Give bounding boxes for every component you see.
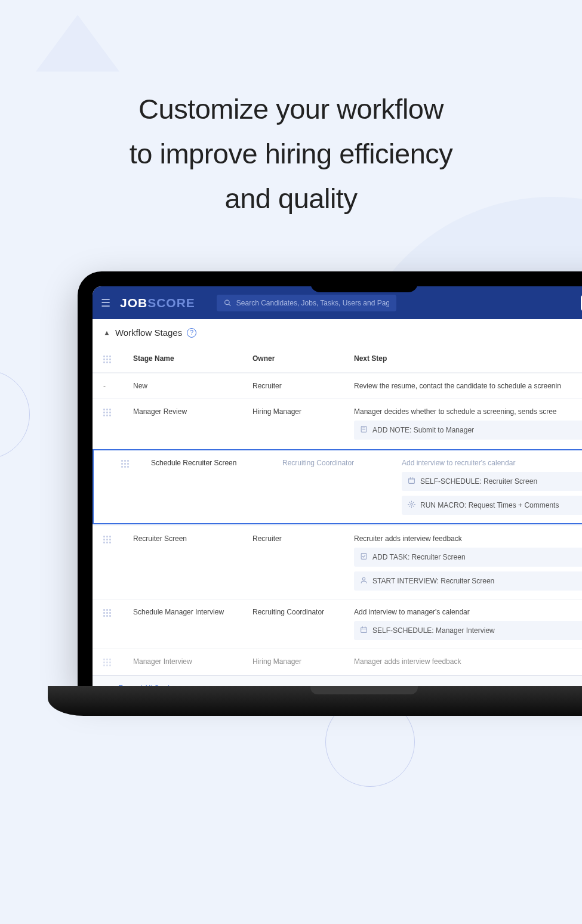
next-step-text: Recruiter adds interview feedback xyxy=(354,534,582,543)
help-icon[interactable]: ? xyxy=(187,328,196,338)
note-icon xyxy=(360,425,368,435)
stage-owner: Hiring Manager xyxy=(252,407,354,416)
menu-toggle-icon[interactable]: ☰ xyxy=(101,296,110,310)
svg-rect-12 xyxy=(361,628,367,633)
table-footer: ▼ Expand All Cards xyxy=(93,675,582,686)
drag-handle[interactable] xyxy=(103,534,133,544)
col-stage-name: Stage Name xyxy=(133,354,252,363)
person-icon xyxy=(360,576,368,586)
next-step-cell: Add interview to manager's calendarSELF-… xyxy=(354,608,582,640)
workflow-action[interactable]: SELF-SCHEDULE: Recruiter Screen xyxy=(402,472,582,491)
main-content: ▲ Workflow Stages ? Stage Name Owner Nex… xyxy=(93,319,582,686)
drag-handle-icon xyxy=(103,409,110,417)
stage-owner: Recruiter xyxy=(252,382,354,390)
next-step-cell: Add interview to recruiter's calendarSEL… xyxy=(402,459,582,515)
app-screen: ☰ JOBSCORE in ▲ Workflow Stages ? xyxy=(93,286,582,686)
stage-name: Recruiter Screen xyxy=(133,534,252,543)
stage-name: Schedule Recruiter Screen xyxy=(151,459,282,467)
laptop-mockup: ☰ JOBSCORE in ▲ Workflow Stages ? xyxy=(78,271,582,716)
stage-name: Schedule Manager Interview xyxy=(133,608,252,616)
drag-handle[interactable] xyxy=(103,657,133,667)
stage-owner: Recruiter xyxy=(252,534,354,543)
action-label: SELF-SCHEDULE: Recruiter Screen xyxy=(420,477,537,486)
drag-handle[interactable] xyxy=(103,608,133,617)
table-header-row: Stage Name Owner Next Step xyxy=(93,344,582,373)
col-drag xyxy=(103,354,133,364)
drag-handle[interactable] xyxy=(103,407,133,417)
next-step-cell: Manager decides whether to schedule a sc… xyxy=(354,407,582,440)
workflow-table: Stage Name Owner Next Step -NewRecruiter… xyxy=(93,344,582,675)
task-icon xyxy=(360,552,368,562)
next-step-text: Add interview to recruiter's calendar xyxy=(402,459,582,467)
laptop-notch xyxy=(310,271,418,292)
workflow-action[interactable]: SELF-SCHEDULE: Manager Interview xyxy=(354,621,582,640)
table-row[interactable]: Schedule Recruiter ScreenRecruiting Coor… xyxy=(93,449,582,524)
next-step-cell: Manager adds interview feedback xyxy=(354,657,582,666)
drag-handle-icon xyxy=(121,460,128,468)
workflow-action[interactable]: START INTERVIEW: Recruiter Screen xyxy=(354,571,582,591)
action-label: ADD NOTE: Submit to Manager xyxy=(372,426,474,434)
table-row[interactable]: Manager InterviewHiring ManagerManager a… xyxy=(93,648,582,675)
gear-icon xyxy=(408,500,415,510)
hero-line-1: Customize your workflow xyxy=(138,93,444,125)
calendar-icon xyxy=(408,477,415,486)
drag-handle-icon xyxy=(103,536,110,544)
drag-handle-icon xyxy=(103,356,110,364)
stage-owner: Recruiting Coordinator xyxy=(252,608,354,616)
next-step-text: Manager decides whether to schedule a sc… xyxy=(354,407,582,416)
next-step-text: Add interview to manager's calendar xyxy=(354,608,582,616)
workflow-action[interactable]: ADD NOTE: Submit to Manager xyxy=(354,421,582,440)
workflow-action[interactable]: ADD TASK: Recruiter Screen xyxy=(354,548,582,567)
drag-handle-icon xyxy=(103,609,110,617)
drag-handle-icon xyxy=(103,659,110,667)
table-row[interactable]: Recruiter ScreenRecruiterRecruiter adds … xyxy=(93,526,582,599)
stage-name: New xyxy=(133,382,252,390)
search-icon xyxy=(224,299,232,307)
next-step-cell: Review the resume, contact the candidate… xyxy=(354,382,582,390)
next-step-cell: Recruiter adds interview feedbackADD TAS… xyxy=(354,534,582,591)
action-label: ADD TASK: Recruiter Screen xyxy=(372,553,466,561)
table-row[interactable]: Schedule Manager InterviewRecruiting Coo… xyxy=(93,599,582,648)
stage-owner: Recruiting Coordinator xyxy=(282,459,402,467)
chevron-up-icon: ▲ xyxy=(103,329,110,337)
hero-line-2: to improve hiring efficiency xyxy=(130,138,453,169)
logo-bold: JOB xyxy=(120,296,147,310)
app-logo[interactable]: JOBSCORE xyxy=(120,296,195,310)
col-owner: Owner xyxy=(252,354,354,363)
svg-line-1 xyxy=(229,304,230,305)
svg-point-9 xyxy=(411,503,412,505)
hero-line-3: and quality xyxy=(225,183,358,214)
calendar-icon xyxy=(360,626,368,635)
table-row[interactable]: -NewRecruiterReview the resume, contact … xyxy=(93,373,582,398)
action-label: SELF-SCHEDULE: Manager Interview xyxy=(372,626,495,635)
svg-point-0 xyxy=(224,300,229,305)
table-row[interactable]: Manager ReviewHiring ManagerManager deci… xyxy=(93,398,582,448)
action-label: RUN MACRO: Request Times + Comments xyxy=(420,501,559,509)
section-title: Workflow Stages xyxy=(115,327,182,338)
stage-name: Manager Interview xyxy=(133,657,252,666)
workflow-action[interactable]: RUN MACRO: Request Times + Comments xyxy=(402,496,582,515)
laptop-base xyxy=(48,686,582,716)
col-next-step: Next Step xyxy=(354,354,582,363)
svg-rect-5 xyxy=(409,478,415,484)
next-step-text: Manager adds interview feedback xyxy=(354,657,582,666)
search-input[interactable] xyxy=(236,299,389,307)
logo-light: SCORE xyxy=(147,296,195,310)
decorative-circle-left xyxy=(0,370,30,459)
action-label: START INTERVIEW: Recruiter Screen xyxy=(372,577,494,585)
stage-owner: Hiring Manager xyxy=(252,657,354,666)
svg-point-11 xyxy=(362,577,365,580)
next-step-text: Review the resume, contact the candidate… xyxy=(354,382,582,390)
drag-disabled: - xyxy=(103,382,133,390)
drag-handle[interactable] xyxy=(121,459,151,468)
hero-heading: Customize your workflow to improve hirin… xyxy=(0,0,582,221)
global-search[interactable] xyxy=(217,295,396,311)
stage-name: Manager Review xyxy=(133,407,252,416)
svg-rect-10 xyxy=(361,554,367,560)
section-header[interactable]: ▲ Workflow Stages ? xyxy=(93,319,582,344)
